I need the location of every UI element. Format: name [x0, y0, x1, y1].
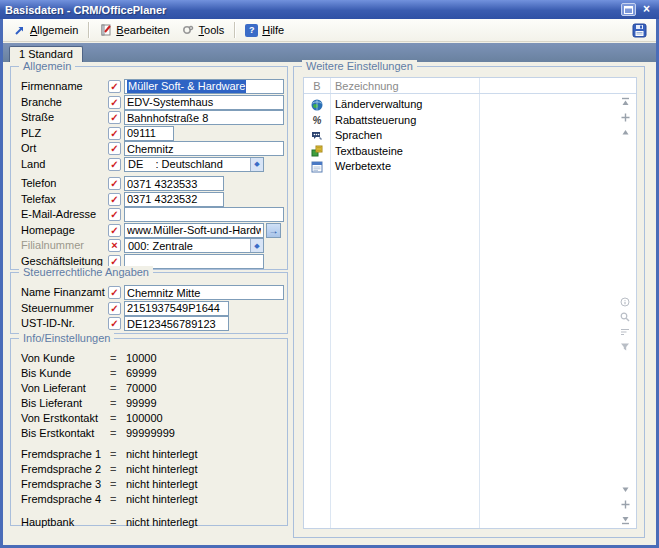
open-url-icon[interactable]: →	[266, 223, 281, 238]
ort-input[interactable]	[124, 141, 284, 156]
scroll-down-page-icon[interactable]	[619, 498, 631, 510]
branche-input[interactable]	[124, 95, 284, 110]
percent-icon: %	[310, 114, 324, 127]
plz-input[interactable]	[124, 126, 174, 141]
info-row-bis-kunde: Bis Kunde = 69999	[11, 366, 289, 381]
toolbar-separator	[234, 22, 235, 38]
list-item-werbetexte[interactable]: Werbetexte	[304, 159, 604, 174]
edit-x-icon[interactable]: ×	[108, 239, 121, 252]
selected-text: Müller Soft- & Hardware	[127, 80, 246, 93]
content-area: Allgemein Firmenname ✓ Müller Soft- & Ha…	[3, 62, 656, 545]
field-homepage: Homepage ✓ →	[11, 223, 289, 238]
gear-icon	[182, 24, 195, 37]
field-ustid: UST-ID-Nr. ✓	[11, 316, 289, 331]
info-icon[interactable]	[619, 296, 631, 308]
list-item-textbausteine[interactable]: Textbausteine	[304, 144, 604, 159]
field-strasse: Straße ✓	[11, 110, 289, 125]
group-weitere-einstellungen: Weitere Einstellungen B Bezeichnung Länd…	[293, 66, 645, 538]
help-icon: ?	[245, 24, 258, 37]
firmenname-input[interactable]: Müller Soft- & Hardware	[124, 79, 284, 94]
edit-check-icon[interactable]: ✓	[108, 142, 121, 155]
scroll-to-bottom-icon[interactable]	[619, 513, 631, 525]
menu-bearbeiten[interactable]: Bearbeiten	[93, 22, 175, 39]
restore-icon	[624, 6, 633, 14]
telefon-input[interactable]	[124, 176, 224, 191]
field-land: Land ✓ DE : Deutschland ◆	[11, 157, 289, 172]
window-title: Basisdaten - CRM/OfficePlaner	[5, 4, 618, 16]
sort-icon[interactable]	[619, 326, 631, 338]
list-header: B Bezeichnung	[304, 78, 636, 94]
spinner-icon[interactable]: ◆	[250, 158, 263, 171]
column-header-bezeichnung[interactable]: Bezeichnung	[335, 78, 399, 94]
field-plz: PLZ ✓	[11, 126, 289, 141]
notebook-pencil-icon	[99, 24, 112, 37]
save-button[interactable]	[628, 21, 650, 40]
finanzamt-input[interactable]	[124, 285, 284, 300]
edit-check-icon[interactable]: ✓	[108, 96, 121, 109]
edit-check-icon[interactable]: ✓	[108, 286, 121, 299]
edit-check-icon[interactable]: ✓	[108, 317, 121, 330]
menu-allgemein[interactable]: Allgemein	[7, 22, 84, 39]
steuernummer-input[interactable]	[124, 301, 229, 316]
field-finanzamt: Name Finanzamt ✓	[11, 285, 289, 300]
edit-check-icon[interactable]: ✓	[108, 224, 121, 237]
save-floppy-icon	[632, 23, 647, 38]
group-title: Allgemein	[19, 60, 75, 72]
group-title: Info/Einstellungen	[19, 332, 114, 344]
edit-check-icon[interactable]: ✓	[108, 127, 121, 140]
menu-label: Allgemein	[30, 24, 78, 36]
scroll-down-icon[interactable]	[619, 483, 631, 495]
field-telefon: Telefon ✓	[11, 176, 289, 191]
edit-check-icon[interactable]: ✓	[108, 177, 121, 190]
field-branche: Branche ✓	[11, 95, 289, 110]
edit-check-icon[interactable]: ✓	[108, 208, 121, 221]
edit-check-icon[interactable]: ✓	[108, 158, 121, 171]
info-row-fremdsprache-2: Fremdsprache 2 = nicht hinterlegt	[11, 462, 289, 477]
menu-hilfe[interactable]: ? Hilfe	[239, 22, 290, 39]
list-item-sprachen[interactable]: Sprachen	[304, 128, 604, 143]
group-allgemein: Allgemein Firmenname ✓ Müller Soft- & Ha…	[10, 66, 288, 270]
homepage-input[interactable]	[124, 223, 264, 238]
restore-button[interactable]	[621, 3, 636, 16]
text-blocks-icon	[310, 145, 324, 158]
settings-list: B Bezeichnung Länderverwaltung % Rabatts…	[303, 77, 637, 529]
close-button[interactable]: ×	[639, 3, 654, 16]
menu-tools[interactable]: Tools	[176, 22, 231, 39]
info-row-von-lieferant: Von Lieferant = 70000	[11, 381, 289, 396]
group-title: Weitere Einstellungen	[302, 60, 417, 72]
search-icon[interactable]	[619, 311, 631, 323]
group-info-einstellungen: Info/Einstellungen Von Kunde = 10000 Bis…	[10, 338, 288, 526]
list-item-laenderverwaltung[interactable]: Länderverwaltung	[304, 97, 604, 112]
list-item-rabattsteuerung[interactable]: % Rabattsteuerung	[304, 113, 604, 128]
group-steuerrechtliche-angaben: Steuerrechtliche Angaben Name Finanzamt …	[10, 272, 288, 334]
ad-text-icon	[310, 160, 324, 173]
email-input[interactable]	[124, 207, 284, 222]
field-email: E-Mail-Adresse ✓	[11, 207, 289, 222]
menu-toolbar: Allgemein Bearbeiten Tools ? Hilfe	[3, 19, 656, 42]
scroll-to-top-icon[interactable]	[619, 96, 631, 108]
column-header-b[interactable]: B	[304, 78, 330, 94]
filter-icon[interactable]	[619, 341, 631, 353]
info-row-bis-lieferant: Bis Lieferant = 99999	[11, 396, 289, 411]
app-window: Basisdaten - CRM/OfficePlaner × Allgemei…	[0, 0, 659, 548]
edit-check-icon[interactable]: ✓	[108, 193, 121, 206]
globe-icon	[310, 98, 324, 111]
strasse-input[interactable]	[124, 110, 284, 125]
info-row-fremdsprache-4: Fremdsprache 4 = nicht hinterlegt	[11, 492, 289, 507]
menu-label: Tools	[199, 24, 225, 36]
toolbar-separator	[88, 22, 89, 38]
spinner-icon[interactable]: ◆	[250, 239, 263, 252]
title-bar: Basisdaten - CRM/OfficePlaner ×	[0, 0, 659, 19]
edit-check-icon[interactable]: ✓	[108, 80, 121, 93]
telefax-input[interactable]	[124, 192, 224, 207]
ustid-input[interactable]	[124, 316, 229, 331]
edit-check-icon[interactable]: ✓	[108, 111, 121, 124]
scroll-up-icon[interactable]	[619, 126, 631, 138]
info-row-hauptbank: Hauptbank = nicht hinterlegt	[11, 515, 289, 530]
edit-check-icon[interactable]: ✓	[108, 302, 121, 315]
land-select[interactable]: DE : Deutschland ◆	[124, 157, 264, 172]
scroll-up-page-icon[interactable]	[619, 111, 631, 123]
arrow-up-right-icon	[13, 24, 26, 37]
field-filialnummer: Filialnummer × 000: Zentrale ◆	[11, 238, 289, 253]
filialnummer-select[interactable]: 000: Zentrale ◆	[124, 238, 264, 253]
